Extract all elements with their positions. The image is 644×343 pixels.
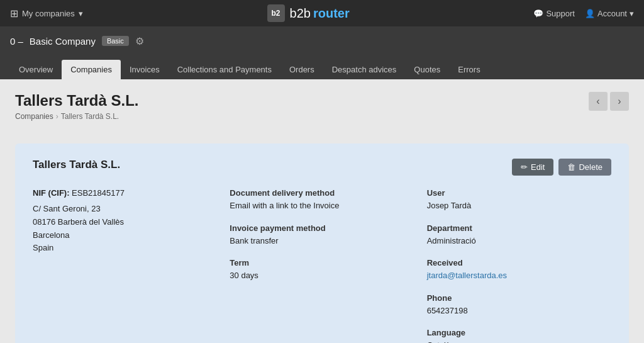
support-icon: 💬: [533, 9, 543, 18]
page-title: Tallers Tardà S.L.: [15, 92, 139, 110]
navigation-arrows: ‹ ›: [589, 92, 629, 111]
company-card: Tallers Tardà S.L. ✏ Edit 🗑 Delete NIF (…: [15, 143, 629, 343]
breadcrumb-current: Tallers Tardà S.L.: [61, 112, 119, 121]
card-actions: ✏ Edit 🗑 Delete: [512, 159, 611, 176]
address-city: Barcelona: [33, 229, 217, 242]
logo-b2b: b2b: [290, 6, 311, 21]
tab-companies[interactable]: Companies: [62, 60, 121, 79]
page-content: Tallers Tardà S.L. Companies › Tallers T…: [0, 79, 644, 343]
user-value: Josep Tardà: [427, 200, 611, 212]
my-companies-label: My companies: [22, 9, 75, 18]
user-block: User Josep Tardà: [427, 188, 611, 212]
breadcrumb-parent[interactable]: Companies: [15, 112, 53, 121]
doc-delivery-block: Document delivery method Email with a li…: [230, 188, 414, 212]
phone-block: Phone 654237198: [427, 293, 611, 317]
tab-collections[interactable]: Collections and Payments: [169, 60, 280, 79]
address-block: C/ Sant Geroni, 23 08176 Barberà del Val…: [33, 203, 217, 255]
address-line1: C/ Sant Geroni, 23: [33, 203, 217, 216]
address-country: Spain: [33, 242, 217, 255]
nif-label: NIF (CIF):: [33, 188, 69, 198]
invoice-payment-block: Invoice payment method Bank transfer: [230, 223, 414, 247]
card-title: Tallers Tardà S.L.: [33, 159, 120, 171]
chevron-down-icon: ▾: [79, 9, 83, 18]
doc-delivery-label: Document delivery method: [230, 188, 414, 198]
received-block: Received jtarda@tallerstarda.es: [427, 258, 611, 282]
edit-label: Edit: [531, 162, 545, 172]
breadcrumb-separator: ›: [56, 112, 58, 121]
edit-button[interactable]: ✏ Edit: [512, 159, 553, 176]
company-bar: 0 – Basic Company Basic ⚙: [0, 26, 644, 55]
language-block: Language Català: [427, 328, 611, 343]
delete-label: Delete: [579, 162, 602, 172]
department-block: Department Administració: [427, 223, 611, 247]
top-nav-right: 💬 Support 👤 Account ▾: [533, 9, 634, 18]
my-companies-menu[interactable]: ⊞ My companies ▾: [10, 8, 83, 20]
nif-value: ESB21845177: [72, 188, 125, 198]
address-column: NIF (CIF): ESB21845177 C/ Sant Geroni, 2…: [33, 188, 217, 343]
user-label: User: [427, 188, 611, 198]
invoice-payment-label: Invoice payment method: [230, 223, 414, 233]
breadcrumb: Companies › Tallers Tardà S.L.: [15, 112, 139, 121]
account-menu[interactable]: 👤 Account ▾: [585, 9, 634, 18]
edit-icon: ✏: [521, 162, 528, 172]
received-label: Received: [427, 258, 611, 267]
tab-orders[interactable]: Orders: [280, 60, 323, 79]
logo-icon: b2: [267, 4, 285, 22]
received-email: jtarda@tallerstarda.es: [427, 269, 611, 282]
address-line2: 08176 Barberà del Vallès: [33, 216, 217, 229]
received-email-link[interactable]: jtarda@tallerstarda.es: [427, 271, 507, 280]
support-button[interactable]: 💬 Support: [533, 9, 575, 18]
tab-quotes[interactable]: Quotes: [405, 60, 449, 79]
department-label: Department: [427, 223, 611, 233]
prev-button[interactable]: ‹: [589, 92, 608, 111]
company-badge: Basic: [102, 36, 129, 46]
companies-grid-icon: ⊞: [10, 8, 18, 20]
logo: b2 b2brouter: [267, 4, 350, 22]
language-label: Language: [427, 328, 611, 337]
phone-value: 654237198: [427, 305, 611, 317]
tab-invoices[interactable]: Invoices: [121, 60, 169, 79]
settings-gear-icon[interactable]: ⚙: [135, 35, 144, 47]
phone-label: Phone: [427, 293, 611, 303]
title-section: Tallers Tardà S.L. Companies › Tallers T…: [15, 92, 139, 132]
tab-bar: OverviewCompaniesInvoicesCollections and…: [0, 55, 644, 79]
invoice-payment-value: Bank transfer: [230, 235, 414, 247]
card-header: Tallers Tardà S.L. ✏ Edit 🗑 Delete: [33, 159, 611, 176]
company-name: Basic Company: [30, 36, 96, 47]
tab-despatch[interactable]: Despatch advices: [323, 60, 406, 79]
language-value: Català: [427, 339, 611, 343]
tab-overview[interactable]: Overview: [10, 60, 62, 79]
delete-button[interactable]: 🗑 Delete: [558, 159, 611, 176]
chevron-account-icon: ▾: [630, 9, 634, 18]
term-block: Term 30 days: [230, 258, 414, 282]
department-value: Administració: [427, 235, 611, 247]
nif-field: NIF (CIF): ESB21845177: [33, 188, 217, 198]
user-column: User Josep Tardà Department Administraci…: [427, 188, 611, 343]
delete-icon: 🗑: [567, 162, 575, 172]
delivery-column: Document delivery method Email with a li…: [230, 188, 414, 343]
next-button[interactable]: ›: [610, 92, 629, 111]
company-id: 0 –: [10, 36, 23, 47]
card-body: NIF (CIF): ESB21845177 C/ Sant Geroni, 2…: [33, 188, 611, 343]
top-nav: ⊞ My companies ▾ b2 b2brouter 💬 Support …: [0, 0, 644, 26]
title-row: Tallers Tardà S.L. Companies › Tallers T…: [15, 92, 629, 132]
doc-delivery-value: Email with a link to the Invoice: [230, 200, 414, 212]
tab-errors[interactable]: Errors: [449, 60, 489, 79]
term-value: 30 days: [230, 269, 414, 282]
logo-router: router: [313, 6, 350, 21]
term-label: Term: [230, 258, 414, 267]
account-icon: 👤: [585, 9, 595, 18]
